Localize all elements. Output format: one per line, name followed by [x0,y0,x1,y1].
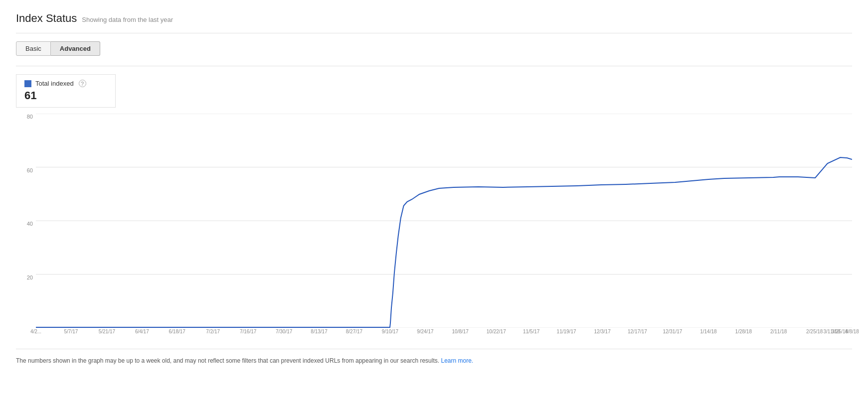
x-label-19: 1/14/18 [700,329,716,334]
x-label-17: 12/17/17 [628,329,647,334]
x-axis: 4/2... 5/7/17 5/21/17 6/4/17 6/18/17 7/2… [36,329,852,343]
x-label-8: 8/13/17 [311,329,327,334]
x-label-0: 4/2... [30,329,41,334]
chart-area [36,114,852,328]
x-label-12: 10/8/17 [452,329,469,334]
y-label-80: 80 [16,114,35,120]
tab-advanced[interactable]: Advanced [51,41,100,56]
legend-color-swatch [24,80,31,87]
x-label-3: 6/4/17 [135,329,149,334]
legend-item: Total indexed ? [24,80,107,87]
tab-bar: Basic Advanced [16,41,852,56]
y-axis: 80 60 40 20 [16,114,35,328]
chart-line [36,157,852,327]
y-label-40: 40 [16,221,35,227]
chart-svg [36,114,852,328]
x-label-4: 6/18/17 [169,329,185,334]
x-label-6: 7/16/17 [240,329,256,334]
footer-note: The numbers shown in the graph may be up… [16,357,852,364]
page-header: Index Status Showing data from the last … [16,12,852,25]
x-label-10: 9/10/17 [382,329,398,334]
page-subtitle: Showing data from the last year [82,16,173,23]
x-label-18: 12/31/17 [663,329,682,334]
x-label-25: 4/8/18 [845,329,859,334]
legend-value: 61 [24,89,107,102]
top-divider [16,33,852,33]
help-icon[interactable]: ? [79,80,86,87]
tab-divider [16,66,852,66]
x-label-14: 11/5/17 [523,329,539,334]
x-label-5: 7/2/17 [206,329,220,334]
footer-text: The numbers shown in the graph may be up… [16,357,439,364]
tab-basic[interactable]: Basic [16,41,51,56]
x-label-22: 2/25/18 [806,329,823,334]
learn-more-link[interactable]: Learn more. [441,357,473,364]
x-label-2: 5/21/17 [99,329,115,334]
x-label-20: 1/28/18 [735,329,752,334]
x-label-9: 8/27/17 [346,329,362,334]
page-title: Index Status [16,12,77,25]
x-label-7: 7/30/17 [276,329,292,334]
chart-container: 80 60 40 20 4/2... 5/7/17 5/21/17 6/4/17… [16,114,852,343]
legend-label: Total indexed [35,80,74,87]
y-label-20: 20 [16,275,35,280]
x-label-16: 12/3/17 [594,329,610,334]
legend-box: Total indexed ? 61 [16,74,116,108]
x-label-21: 2/11/18 [770,329,787,334]
y-label-60: 60 [16,167,35,173]
x-label-13: 10/22/17 [487,329,506,334]
x-label-1: 5/7/17 [64,329,78,334]
x-label-11: 9/24/17 [417,329,433,334]
x-label-15: 11/19/17 [557,329,576,334]
bottom-divider [16,349,852,349]
